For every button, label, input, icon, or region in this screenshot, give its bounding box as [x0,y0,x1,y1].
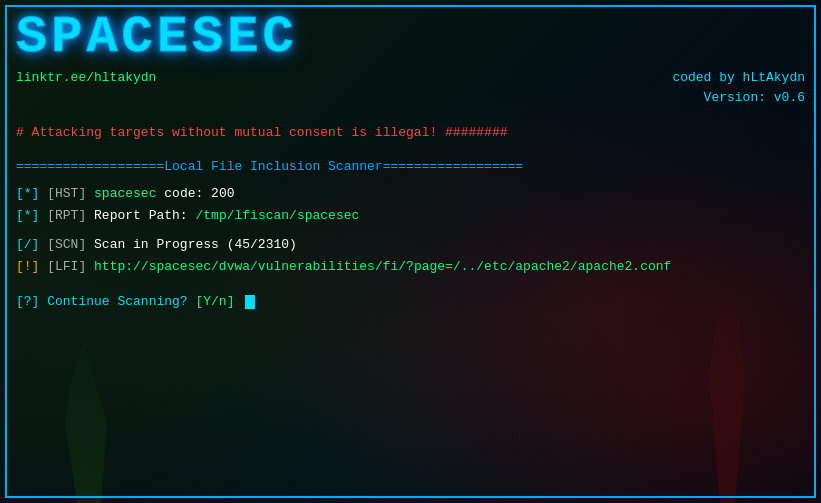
lfi-bracket: [!] [16,259,39,274]
version-block: coded by hLtAkydn Version: v0.6 [672,68,805,107]
terminal-window: SPACESEC linktr.ee/hltakydn coded by hLt… [0,0,821,503]
scn-label: [SCN] [47,237,86,252]
lfi-url: http://spacesec/dvwa/vulnerabilities/fi/… [94,259,671,274]
scn-bracket: [/] [16,237,39,252]
continue-value: [Y/n] [195,294,234,309]
lfi-label: [LFI] [47,259,86,274]
separator-line: ===================Local File Inclusion … [16,157,805,177]
continue-prompt-line[interactable]: [?] Continue Scanning? [Y/n] [16,292,805,312]
hst-host: spacesec [94,186,156,201]
rpt-line: [*] [RPT] Report Path: /tmp/lfiscan/spac… [16,206,805,226]
rpt-bracket: [*] [16,208,39,223]
scn-line: [/] [SCN] Scan in Progress (45/2310) [16,235,805,255]
version-label: Version: v0.6 [672,88,805,108]
app-logo: SPACESEC [16,12,805,64]
hst-label: [HST] [47,186,86,201]
continue-bracket: [?] [16,294,39,309]
rpt-path: /tmp/lfiscan/spacesec [195,208,359,223]
cursor [245,295,255,309]
lfi-line: [!] [LFI] http://spacesec/dvwa/vulnerabi… [16,257,805,277]
coded-by-label: coded by hLtAkydn [672,68,805,88]
scn-progress: Scan in Progress (45/2310) [94,237,297,252]
header-row: linktr.ee/hltakydn coded by hLtAkydn Ver… [16,68,805,107]
rpt-text: Report Path: [94,208,188,223]
hst-line: [*] [HST] spacesec code: 200 [16,184,805,204]
rpt-label: [RPT] [47,208,86,223]
author-link[interactable]: linktr.ee/hltakydn [16,68,156,88]
continue-label: Continue Scanning? [47,294,187,309]
hst-bracket: [*] [16,186,39,201]
warning-line: # Attacking targets without mutual conse… [16,123,805,143]
hst-code: code: 200 [164,186,234,201]
